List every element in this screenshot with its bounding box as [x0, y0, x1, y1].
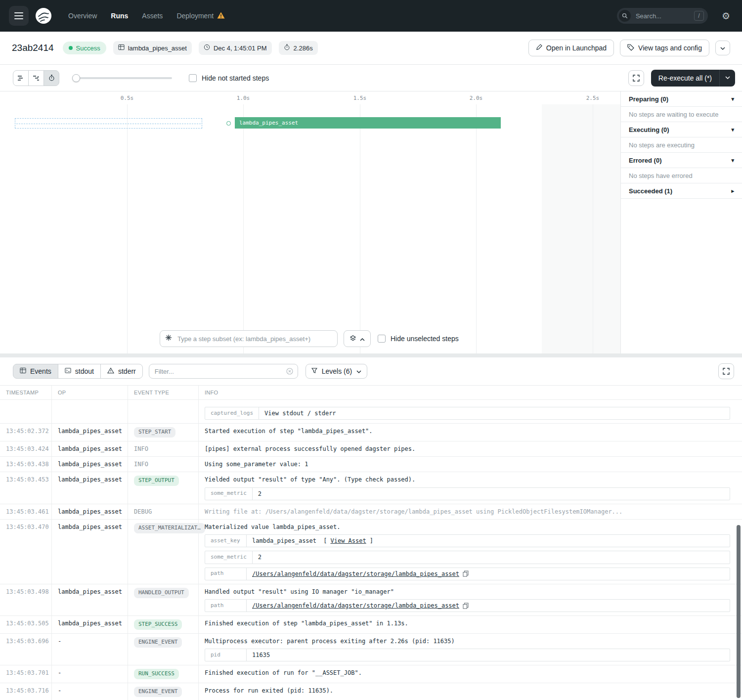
log-fullscreen-button[interactable] [718, 363, 734, 379]
reexecute-chevron-button[interactable] [719, 70, 735, 87]
hide-unselected-toggle[interactable]: Hide unselected steps [378, 335, 459, 343]
log-op: - [52, 683, 128, 700]
search-shortcut-key: / [694, 11, 704, 21]
log-timestamp: 13:45:03.470 [0, 520, 52, 584]
nav-item-assets[interactable]: Assets [142, 12, 163, 20]
event-type-badge[interactable]: STEP_SUCCESS [134, 619, 182, 630]
metadata-bracket: [ [320, 537, 327, 545]
step-status-panel: Preparing (0)▾No steps are waiting to ex… [620, 91, 742, 353]
log-info-text: Materialized value lambda_pipes_asset. [205, 523, 730, 531]
nav-item-overview[interactable]: Overview [68, 12, 97, 20]
metadata-bracket: ] [370, 537, 373, 545]
copy-icon[interactable] [463, 603, 469, 609]
log-info-text: Writing file at: /Users/alangenfeld/data… [205, 508, 730, 516]
levels-dropdown[interactable]: Levels (6) [306, 364, 367, 379]
log-info-text: Finished execution of run for "__ASSET_J… [205, 669, 730, 677]
log-filter-input[interactable] [154, 367, 283, 376]
clear-filter-icon[interactable] [286, 368, 293, 375]
gantt-gridline [360, 104, 360, 353]
nav-item-label: Overview [68, 12, 97, 20]
log-info-text: Yielded output "result" of type "Any". (… [205, 476, 730, 483]
job-grid-icon [118, 44, 125, 52]
tab-stdout[interactable]: stdout [58, 364, 101, 379]
event-type-badge[interactable]: RUN_SUCCESS [134, 669, 179, 679]
nav-item-deployment[interactable]: Deployment [176, 12, 225, 20]
side-section-title: Executing (0) [629, 126, 669, 133]
view-mode-timed-button[interactable] [44, 70, 59, 86]
event-type-badge[interactable]: STEP_START [134, 427, 175, 438]
nav-item-label: Runs [111, 12, 128, 20]
view-tags-button[interactable]: View tags and config [620, 40, 709, 56]
open-launchpad-button[interactable]: Open in Launchpad [528, 40, 614, 56]
search-box[interactable]: / [617, 8, 708, 24]
op-selector-icon [165, 334, 172, 343]
view-mode-flat-button[interactable] [13, 70, 29, 86]
gantt-fullscreen-button[interactable] [628, 70, 644, 86]
hide-not-started-checkbox[interactable] [189, 74, 197, 82]
log-row: 13:45:02.372lambda_pipes_assetSTEP_START… [0, 423, 742, 441]
status-badge[interactable]: Success [63, 42, 106, 54]
log-info: Multiprocess executor: parent process ex… [199, 634, 742, 665]
hide-unselected-checkbox[interactable] [378, 335, 386, 343]
graph-query-toggle-button[interactable] [344, 330, 371, 347]
event-type-badge[interactable]: ENGINE_EVENT [134, 637, 182, 648]
hide-unselected-label: Hide unselected steps [391, 335, 459, 343]
nav-item-runs[interactable]: Runs [111, 12, 128, 20]
metadata-value-text: 2 [258, 490, 262, 498]
hide-not-started-toggle[interactable]: Hide not started steps [189, 74, 269, 82]
log-timestamp: 13:45:03.498 [0, 584, 52, 615]
column-header: TIMESTAMP [0, 386, 52, 399]
run-actions-chevron-button[interactable] [715, 41, 730, 55]
metadata-row: captured_logsView stdout / stderr [205, 407, 730, 420]
zoom-slider[interactable] [73, 77, 172, 79]
view-tags-label: View tags and config [638, 44, 702, 52]
event-type-badge[interactable]: HANDLED_OUTPUT [134, 588, 189, 598]
log-op: lambda_pipes_asset [52, 520, 128, 584]
metadata-value-text[interactable]: View stdout / stderr [264, 409, 336, 417]
zoom-slider-knob[interactable] [72, 74, 80, 82]
metadata-path-link[interactable]: /Users/alangenfeld/data/dagster/storage/… [252, 570, 459, 578]
job-chip-label: lambda_pipes_asset [128, 44, 187, 52]
step-subset-input[interactable] [176, 335, 332, 343]
side-section-2-header[interactable]: Executing (0)▾ [621, 122, 742, 137]
log-table: TIMESTAMPOPEVENT TYPEINFO captured_logsV… [0, 385, 742, 700]
job-chip[interactable]: lambda_pipes_asset [113, 41, 192, 55]
tab-stderr[interactable]: stderr [100, 364, 143, 379]
log-timestamp: 13:45:02.372 [0, 424, 52, 441]
log-timestamp: 13:45:03.438 [0, 457, 52, 472]
hide-not-started-label: Hide not started steps [202, 74, 269, 82]
view-mode-waterfall-button[interactable] [28, 70, 44, 86]
chevron-down-icon: ▾ [731, 157, 734, 164]
tab-events[interactable]: Events [13, 364, 58, 379]
side-section-3-header[interactable]: Errored (0)▾ [621, 153, 742, 168]
gantt-step-marker-icon [226, 121, 231, 126]
search-input[interactable] [635, 12, 694, 20]
gantt-step-bar[interactable]: lambda_pipes_asset [235, 117, 501, 129]
tab-label: stdout [75, 367, 94, 375]
gantt-waiting-box [15, 118, 202, 129]
clock-icon [204, 44, 210, 52]
event-type-text: INFO [134, 445, 148, 452]
log-row: 13:45:03.461lambda_pipes_assetDEBUGWriti… [0, 504, 742, 519]
event-type-badge[interactable]: STEP_OUTPUT [134, 476, 179, 486]
log-info: [pipes] external process successfully op… [199, 441, 742, 456]
side-section-title: Preparing (0) [629, 95, 668, 103]
gear-icon[interactable]: ⚙ [719, 10, 733, 22]
reexecute-all-button[interactable]: Re-execute all (*) [651, 70, 719, 87]
copy-icon[interactable] [463, 570, 469, 577]
event-type-badge[interactable]: ASSET_MATERIALIZAT… [134, 523, 205, 533]
log-timestamp [0, 400, 52, 423]
gantt-controls: Hide unselected steps [160, 330, 459, 347]
step-subset-box[interactable] [160, 330, 338, 347]
view-asset-link[interactable]: View Asset [331, 537, 366, 545]
dagster-logo[interactable] [34, 6, 53, 26]
log-info: Finished execution of run for "__ASSET_J… [199, 665, 742, 683]
metadata-key: captured_logs [205, 407, 259, 419]
metadata-path-link[interactable]: /Users/alangenfeld/data/dagster/storage/… [252, 602, 459, 610]
log-filter-box[interactable] [149, 364, 298, 379]
side-section-4-header[interactable]: Succeeded (1)▸ [621, 183, 742, 199]
log-scrollbar[interactable] [737, 525, 741, 698]
side-section-1-header[interactable]: Preparing (0)▾ [621, 91, 742, 107]
hamburger-menu-button[interactable] [9, 6, 29, 26]
event-type-badge[interactable]: ENGINE_EVENT [134, 687, 182, 697]
